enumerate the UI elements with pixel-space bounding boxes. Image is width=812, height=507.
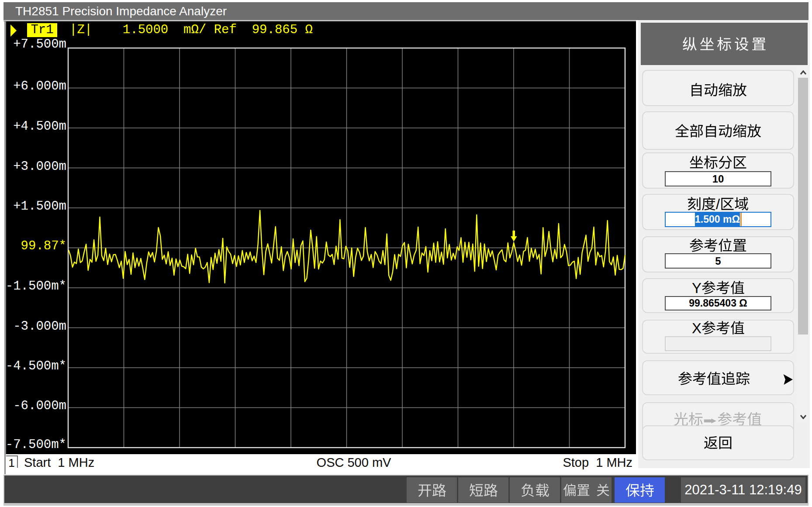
svg-text:X: X [692,320,701,336]
svg-text:Y: Y [692,280,701,296]
svg-text:/: / [716,196,720,212]
